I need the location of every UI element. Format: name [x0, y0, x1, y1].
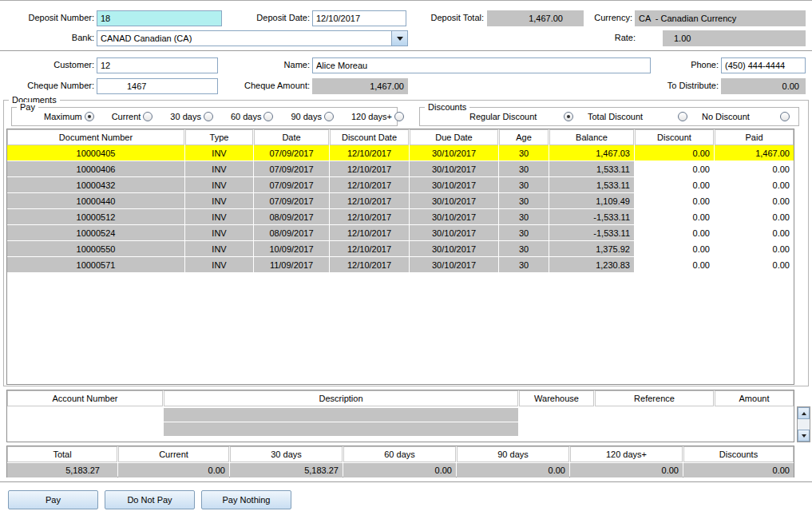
document-cell[interactable]: 11/09/2017: [254, 257, 329, 272]
document-cell[interactable]: 12/10/2017: [330, 225, 409, 240]
document-cell[interactable]: 10000432: [7, 177, 184, 192]
document-cell[interactable]: 30: [499, 241, 549, 256]
document-cell[interactable]: 10000524: [7, 225, 184, 240]
radio-90-days[interactable]: 90 days: [291, 112, 334, 121]
document-cell[interactable]: 08/09/2017: [254, 225, 329, 240]
document-cell[interactable]: 1,533.11: [549, 177, 634, 192]
radio-total-discount[interactable]: Total Discount: [588, 112, 687, 121]
document-cell[interactable]: 0.00: [635, 193, 714, 208]
column-header[interactable]: 120 days+: [570, 446, 683, 462]
document-cell[interactable]: 07/09/2017: [254, 145, 329, 160]
radio-button-icon[interactable]: [678, 112, 687, 121]
document-cell[interactable]: 30: [499, 161, 549, 176]
radio-button-icon[interactable]: [85, 112, 94, 121]
document-row[interactable]: 10000406INV07/09/201712/10/201730/10/201…: [7, 161, 794, 176]
column-header[interactable]: Document Number: [7, 129, 184, 145]
document-cell[interactable]: 30/10/2017: [410, 145, 498, 160]
column-header[interactable]: 30 days: [230, 446, 343, 462]
document-row[interactable]: 10000405INV07/09/201712/10/201730/10/201…: [7, 145, 794, 160]
radio-button-icon[interactable]: [204, 112, 213, 121]
document-cell[interactable]: 0.00: [715, 193, 794, 208]
document-cell[interactable]: 12/10/2017: [330, 177, 409, 192]
column-header[interactable]: Date: [254, 129, 329, 145]
column-header[interactable]: Paid: [715, 129, 794, 145]
document-row[interactable]: 10000512INV08/09/201712/10/201730/10/201…: [7, 209, 794, 224]
document-cell[interactable]: 30/10/2017: [410, 241, 498, 256]
document-cell[interactable]: 0.00: [715, 177, 794, 192]
document-cell[interactable]: INV: [185, 145, 253, 160]
document-row[interactable]: 10000571INV11/09/201712/10/201730/10/201…: [7, 257, 794, 272]
document-cell[interactable]: 30: [499, 209, 549, 224]
radio-current[interactable]: Current: [112, 112, 153, 121]
document-cell[interactable]: INV: [185, 177, 253, 192]
document-cell[interactable]: INV: [185, 241, 253, 256]
document-cell[interactable]: 30: [499, 177, 549, 192]
deposit-number-input[interactable]: [97, 10, 222, 26]
document-cell[interactable]: 12/10/2017: [330, 257, 409, 272]
document-cell[interactable]: 10/09/2017: [254, 241, 329, 256]
column-header[interactable]: Discount Date: [330, 129, 409, 145]
document-cell[interactable]: 07/09/2017: [254, 193, 329, 208]
document-cell[interactable]: 30/10/2017: [410, 161, 498, 176]
document-cell[interactable]: 0.00: [715, 209, 794, 224]
document-cell[interactable]: 30: [499, 145, 549, 160]
document-cell[interactable]: 0.00: [635, 177, 714, 192]
column-header[interactable]: Warehouse: [519, 390, 594, 406]
document-cell[interactable]: 07/09/2017: [254, 177, 329, 192]
bank-dropdown-button[interactable]: [391, 31, 407, 46]
column-header[interactable]: Age: [499, 129, 549, 145]
distribution-description-cell[interactable]: [164, 422, 518, 436]
column-header[interactable]: 90 days: [457, 446, 569, 462]
document-cell[interactable]: 08/09/2017: [254, 209, 329, 224]
radio-60-days[interactable]: 60 days: [231, 112, 274, 121]
document-row[interactable]: 10000550INV10/09/201712/10/201730/10/201…: [7, 241, 794, 256]
document-cell[interactable]: 12/10/2017: [330, 161, 409, 176]
document-cell[interactable]: INV: [185, 161, 253, 176]
radio-button-icon[interactable]: [324, 112, 334, 121]
column-header[interactable]: Type: [185, 129, 253, 145]
radio-regular-discount[interactable]: Regular Discount: [469, 112, 573, 121]
document-cell[interactable]: 10000550: [7, 241, 184, 256]
document-cell[interactable]: 10000406: [7, 161, 184, 176]
pay-button[interactable]: Pay: [8, 490, 98, 509]
document-cell[interactable]: 0.00: [635, 161, 714, 176]
column-header[interactable]: Discount: [635, 129, 714, 145]
document-cell[interactable]: 30/10/2017: [410, 177, 498, 192]
document-cell[interactable]: 12/10/2017: [330, 209, 409, 224]
document-cell[interactable]: 1,375.92: [549, 241, 634, 256]
document-cell[interactable]: 1,230.83: [549, 257, 634, 272]
distribution-scrollbar[interactable]: [797, 406, 810, 442]
bank-combobox[interactable]: CANAD Canadian (CA): [97, 30, 408, 46]
document-cell[interactable]: 07/09/2017: [254, 161, 329, 176]
document-cell[interactable]: 30/10/2017: [410, 257, 498, 272]
document-cell[interactable]: 0.00: [635, 257, 714, 272]
document-cell[interactable]: 0.00: [635, 241, 714, 256]
column-header[interactable]: Current: [118, 446, 229, 462]
deposit-date-input[interactable]: [312, 10, 406, 26]
cheque-number-input[interactable]: [97, 78, 218, 94]
document-cell[interactable]: 1,467.03: [549, 145, 634, 160]
document-cell[interactable]: 1,109.49: [549, 193, 634, 208]
scroll-up-button[interactable]: [798, 407, 810, 419]
document-cell[interactable]: INV: [185, 225, 253, 240]
document-row[interactable]: 10000432INV07/09/201712/10/201730/10/201…: [7, 177, 794, 192]
document-cell[interactable]: 10000440: [7, 193, 184, 208]
document-cell[interactable]: 30: [499, 257, 549, 272]
radio-120-days-[interactable]: 120 days+: [351, 112, 404, 121]
document-cell[interactable]: 1,467.00: [715, 145, 794, 160]
do-not-pay-button[interactable]: Do Not Pay: [105, 490, 195, 509]
name-input[interactable]: [312, 57, 651, 73]
document-cell[interactable]: 0.00: [715, 161, 794, 176]
document-cell[interactable]: 30: [499, 225, 549, 240]
column-header[interactable]: Total: [7, 446, 117, 462]
document-cell[interactable]: 30: [499, 193, 549, 208]
customer-input[interactable]: [97, 57, 218, 73]
radio-button-icon[interactable]: [263, 112, 273, 121]
column-header[interactable]: Account Number: [7, 390, 163, 406]
column-header[interactable]: Description: [164, 390, 518, 406]
document-cell[interactable]: 0.00: [635, 209, 714, 224]
radio-30-days[interactable]: 30 days: [170, 112, 213, 121]
scroll-down-button[interactable]: [798, 430, 810, 442]
column-header[interactable]: Amount: [715, 390, 794, 406]
document-cell[interactable]: 0.00: [635, 225, 714, 240]
